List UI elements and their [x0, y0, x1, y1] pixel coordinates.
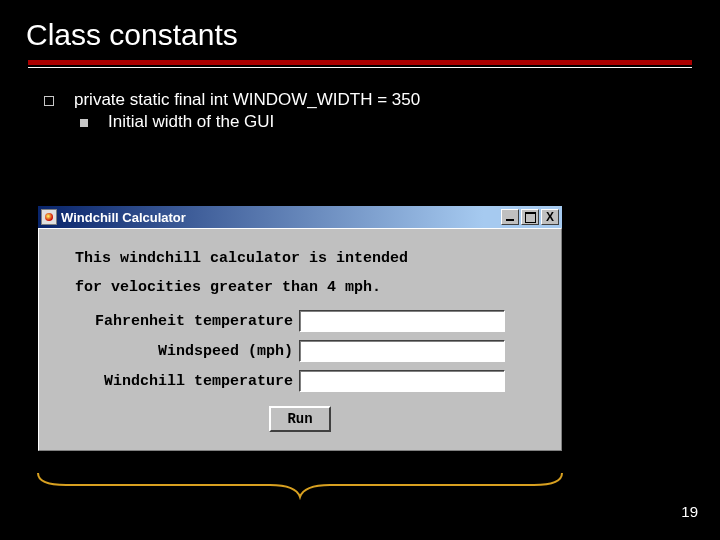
input-windspeed[interactable]: [299, 340, 505, 362]
bullet-level-2: Initial width of the GUI: [80, 112, 720, 132]
row-windchill: Windchill temperature: [57, 370, 543, 392]
slide-title: Class constants: [0, 0, 720, 60]
label-windchill: Windchill temperature: [57, 373, 299, 390]
minimize-icon[interactable]: [501, 209, 519, 225]
bullet-level-1: private static final int WINDOW_WIDTH = …: [44, 90, 720, 110]
window-body: This windchill calculator is intended fo…: [38, 228, 562, 451]
intro-line-1: This windchill calculator is intended: [75, 245, 543, 274]
close-icon[interactable]: X: [541, 209, 559, 225]
input-windchill[interactable]: [299, 370, 505, 392]
intro-line-2: for velocities greater than 4 mph.: [75, 274, 543, 303]
app-window: Windchill Calculator X This windchill ca…: [36, 204, 564, 453]
row-windspeed: Windspeed (mph): [57, 340, 543, 362]
curly-brace-icon: [36, 471, 564, 501]
slide-content: private static final int WINDOW_WIDTH = …: [0, 68, 720, 132]
titlebar[interactable]: Windchill Calculator X: [38, 206, 562, 228]
hollow-square-icon: [44, 96, 54, 106]
label-fahrenheit: Fahrenheit temperature: [57, 313, 299, 330]
window-title: Windchill Calculator: [61, 210, 497, 225]
app-icon: [41, 209, 57, 225]
maximize-icon[interactable]: [521, 209, 539, 225]
window-controls: X: [501, 209, 559, 225]
label-windspeed: Windspeed (mph): [57, 343, 299, 360]
run-row: Run: [57, 406, 543, 432]
input-fahrenheit[interactable]: [299, 310, 505, 332]
bullet-sub-text: Initial width of the GUI: [108, 112, 274, 132]
row-fahrenheit: Fahrenheit temperature: [57, 310, 543, 332]
bullet-main-text: private static final int WINDOW_WIDTH = …: [74, 90, 420, 110]
title-underline: [28, 60, 692, 68]
page-number: 19: [681, 503, 698, 520]
run-button[interactable]: Run: [269, 406, 330, 432]
intro-text: This windchill calculator is intended fo…: [57, 245, 543, 302]
filled-square-icon: [80, 119, 88, 127]
